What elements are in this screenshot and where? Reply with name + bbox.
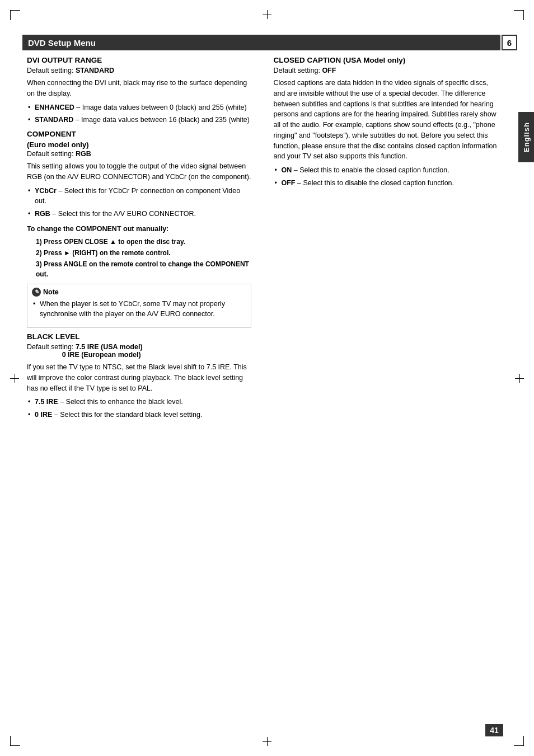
- closed-caption-intro: Closed captions are data hidden in the v…: [274, 78, 498, 162]
- closed-caption-default: Default setting: OFF: [274, 67, 498, 74]
- crosshair-left: [10, 374, 19, 383]
- dvi-default-label: Default setting:: [27, 67, 73, 74]
- component-items-list: YCbCr – Select this for YCbCr Pr connect…: [27, 186, 251, 219]
- black-level-default-value2: 0 IRE (European model): [27, 351, 141, 359]
- corner-mark-br: [514, 736, 524, 746]
- component-item-2: RGB – Select this for the A/V EURO CONNE…: [27, 209, 251, 219]
- component-default-value: RGB: [76, 150, 91, 158]
- black-level-items-list: 7.5 IRE – Select this to enhance the bla…: [27, 397, 251, 420]
- closed-caption-section: CLOSED CAPTION (USA Model only) Default …: [274, 56, 498, 189]
- black-level-default: Default setting: 7.5 IRE (USA model) 0 I…: [27, 343, 251, 359]
- corner-mark-bl: [10, 736, 20, 746]
- dvi-item-1: ENHANCED – Image data values between 0 (…: [27, 102, 251, 113]
- component-intro: This setting allows you to toggle the ou…: [27, 161, 251, 182]
- closed-caption-default-value: OFF: [322, 67, 336, 74]
- black-level-default-label: Default setting:: [27, 343, 73, 351]
- closed-caption-item-on: ON – Select this to enable the closed ca…: [274, 165, 498, 176]
- header-bar: DVD Setup Menu 6: [22, 35, 500, 50]
- page-number: 41: [485, 724, 503, 736]
- right-column: CLOSED CAPTION (USA Model only) Default …: [268, 56, 498, 722]
- closed-caption-item-off: OFF – Select this to disable the closed …: [274, 178, 498, 189]
- closed-caption-title: CLOSED CAPTION (USA Model only): [274, 56, 498, 64]
- header-number: 6: [502, 35, 517, 50]
- crosshair-right: [515, 374, 524, 383]
- component-default-setting: Default setting: RGB: [27, 150, 251, 158]
- dvi-default-value: STANDARD: [76, 67, 114, 74]
- black-level-intro: If you set the TV type to NTSC, set the …: [27, 362, 251, 393]
- manual-change-title: To change the COMPONENT out manually:: [27, 224, 251, 234]
- black-level-default-value1: 7.5 IRE (USA model): [76, 343, 143, 351]
- crosshair-bottom: [263, 737, 271, 746]
- left-column: DVI OUTPUT RANGE Default setting: STANDA…: [27, 56, 257, 722]
- english-tab: English: [518, 112, 534, 162]
- manual-steps-list: 1) Press OPEN CLOSE ▲ to open the disc t…: [27, 237, 251, 279]
- dvi-items-list: ENHANCED – Image data values between 0 (…: [27, 102, 251, 126]
- dvi-item-2: STANDARD – Image data values between 16 …: [27, 115, 251, 125]
- dvi-default-setting: Default setting: STANDARD: [27, 67, 251, 74]
- component-item-1: YCbCr – Select this for YCbCr Pr connect…: [27, 186, 251, 207]
- black-level-title: BLACK LEVEL: [27, 332, 251, 341]
- crosshair-top: [263, 10, 271, 19]
- black-level-item-1: 7.5 IRE – Select this to enhance the bla…: [27, 397, 251, 407]
- header-title: DVD Setup Menu: [28, 38, 96, 48]
- closed-caption-items-list: ON – Select this to enable the closed ca…: [274, 165, 498, 189]
- component-default-label: Default setting:: [27, 150, 73, 158]
- note-list: When the player is set to YCbCr, some TV…: [32, 299, 246, 320]
- english-tab-text: English: [522, 122, 531, 152]
- dvi-output-range-title: DVI OUTPUT RANGE: [27, 56, 251, 64]
- component-section: COMPONENT (Euro model only) Default sett…: [27, 130, 251, 328]
- note-item: When the player is set to YCbCr, some TV…: [32, 299, 246, 320]
- component-subtitle: (Euro model only): [27, 140, 251, 149]
- manual-step-2: 2) Press ► (RIGHT) on the remote control…: [27, 248, 251, 258]
- note-icon: ✎: [32, 288, 41, 297]
- manual-step-3: 3) Press ANGLE on the remote control to …: [27, 259, 251, 279]
- main-content: DVI OUTPUT RANGE Default setting: STANDA…: [27, 56, 498, 722]
- manual-step-1: 1) Press OPEN CLOSE ▲ to open the disc t…: [27, 237, 251, 247]
- closed-caption-default-label: Default setting:: [274, 67, 320, 74]
- corner-mark-tr: [514, 10, 524, 20]
- dvi-intro: When connecting the DVI unit, black may …: [27, 78, 251, 99]
- dvi-output-range-section: DVI OUTPUT RANGE Default setting: STANDA…: [27, 56, 251, 125]
- corner-mark-tl: [10, 10, 20, 20]
- black-level-section: BLACK LEVEL Default setting: 7.5 IRE (US…: [27, 332, 251, 420]
- component-title: COMPONENT: [27, 130, 251, 138]
- note-box: ✎ Note When the player is set to YCbCr, …: [27, 284, 251, 328]
- note-label: Note: [43, 288, 59, 296]
- note-header: ✎ Note: [32, 288, 246, 297]
- black-level-item-2: 0 IRE – Select this for the standard bla…: [27, 410, 251, 420]
